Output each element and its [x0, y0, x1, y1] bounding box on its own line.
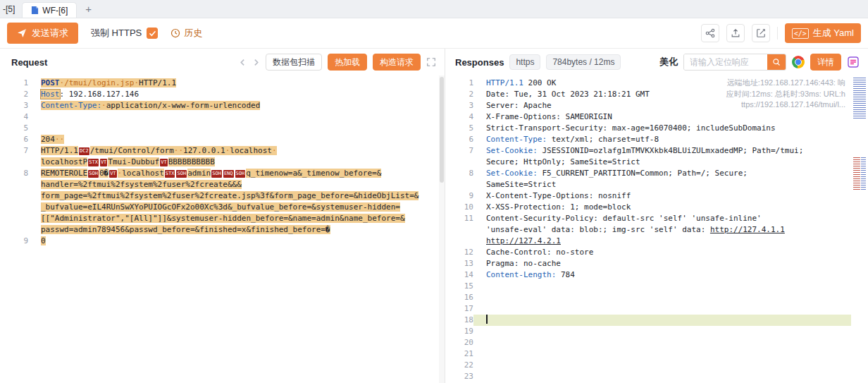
code-row[interactable]: 12Cache-Control: no-store: [445, 247, 868, 258]
code-row[interactable]: SameSite=Strict: [445, 179, 868, 190]
code-segment[interactable]: admin: [187, 169, 211, 178]
control-char[interactable]: VT: [100, 159, 107, 166]
code-segment[interactable]: Host: [41, 90, 60, 99]
tab-previous[interactable]: -[5]: [0, 4, 18, 18]
code-row[interactable]: 4X-Frame-Options: SAMEORIGIN: [445, 111, 868, 123]
code-row[interactable]: 11Content-Security-Policy: default-src '…: [445, 213, 868, 224]
code-segment[interactable]: Content-Type:: [486, 135, 547, 144]
code-row[interactable]: 7Set-Cookie: JSESSIONID=ozlafg1mTMVKXkbk…: [445, 145, 868, 157]
control-char[interactable]: SOH: [235, 170, 246, 178]
code-row[interactable]: 7HTTP/1.1DC2/tmui/Control/form··127.0.0.…: [0, 145, 445, 157]
code-row[interactable]: 14Content-Length: 784: [445, 269, 868, 281]
code-row[interactable]: _bufvalue=eIL4RUnSwXYoPUIOGcOFx2o00Xc%3d…: [0, 202, 445, 213]
send-request-button[interactable]: 发送请求: [7, 23, 78, 44]
code-segment[interactable]: HTTP/1.1: [486, 78, 523, 87]
code-row[interactable]: 1POST·/tmui/login.jsp·HTTP/1.1: [0, 78, 445, 89]
export-icon[interactable]: [726, 24, 745, 42]
tab-active[interactable]: WF-[6]: [22, 2, 77, 18]
history-button[interactable]: 历史: [170, 27, 202, 39]
code-row[interactable]: handler=%2ftmui%2fsystem%2fuser%2fcreate…: [0, 179, 445, 190]
code-segment[interactable]: Content-Security-Policy: default-src 'se…: [486, 214, 762, 223]
code-segment[interactable]: F5_CURRENT_PARTITION=Common; Path=/; Sec…: [538, 169, 748, 178]
code-segment[interactable]: localhost: [230, 146, 272, 155]
control-char[interactable]: STX: [88, 159, 99, 166]
code-segment[interactable]: 784: [556, 270, 575, 279]
code-segment[interactable]: /tmui/login.jsp: [64, 78, 134, 87]
code-segment[interactable]: POST: [41, 78, 60, 87]
code-segment[interactable]: passwd=admin789456&passwd_before=&finish…: [41, 225, 330, 234]
code-segment[interactable]: Secure; HttpOnly; SameSite=Strict: [486, 157, 640, 166]
code-row[interactable]: form_page=%2ftmui%2fsystem%2fuser%2fcrea…: [0, 190, 445, 202]
code-segment[interactable]: 192.168.127.146: [69, 90, 139, 99]
code-segment[interactable]: BBBBBBBBBB: [168, 157, 215, 166]
beautify-button[interactable]: 美化: [659, 56, 678, 68]
code-segment[interactable]: 0: [41, 236, 46, 245]
code-segment[interactable]: X-XSS-Protection: 1; mode=block: [486, 202, 631, 212]
code-segment[interactable]: Strict-Transport-Security: max-age=16070…: [486, 123, 776, 133]
code-segment[interactable]: q_timenow=a&_timenow_before=&: [246, 169, 381, 178]
code-row[interactable]: 9X-Content-Type-Options: nosniff: [445, 190, 868, 202]
code-row[interactable]: 3Server: Apache: [445, 100, 868, 111]
search-input[interactable]: [684, 54, 767, 70]
code-row[interactable]: [["Administrator","[All]"]]&systemuser-h…: [0, 213, 445, 224]
request-editor[interactable]: 1POST·/tmui/login.jsp·HTTP/1.12Host: 192…: [0, 75, 445, 383]
code-segment[interactable]: /tmui/Control/form: [90, 146, 174, 155]
control-char[interactable]: SOH: [176, 170, 187, 178]
code-row[interactable]: 19: [445, 326, 868, 337]
code-row[interactable]: 15: [445, 281, 868, 292]
code-segment[interactable]: Cache-Control: no-store: [486, 248, 593, 257]
code-row[interactable]: 18: [445, 315, 868, 326]
code-segment[interactable]: application/x-www-form-urlencoded: [106, 101, 261, 110]
code-row[interactable]: 5Strict-Transport-Security: max-age=1607…: [445, 123, 868, 134]
control-char[interactable]: SOH: [88, 170, 99, 178]
code-row[interactable]: 16: [445, 292, 868, 303]
code-segment[interactable]: http://127.4.2.1: [486, 236, 561, 245]
code-segment[interactable]: HTTP/1.1: [139, 78, 176, 87]
code-segment[interactable]: HTTP/1.1: [41, 146, 78, 155]
construct-request-button[interactable]: 构造请求: [373, 54, 421, 71]
chrome-icon[interactable]: [792, 56, 805, 68]
code-segment[interactable]: Content-Type:: [41, 101, 101, 110]
code-row[interactable]: 17: [445, 303, 868, 315]
code-segment[interactable]: SameSite=Strict: [486, 180, 556, 189]
code-segment[interactable]: localhost: [122, 169, 164, 178]
code-segment[interactable]: [["Administrator","[All]"]]&systemuser-h…: [41, 214, 405, 223]
code-segment[interactable]: 200 OK: [523, 78, 556, 87]
chevron-left-icon[interactable]: [239, 59, 247, 66]
share-icon[interactable]: [701, 24, 719, 42]
code-segment[interactable]: _bufvalue=eIL4RUnSwXYoPUIOGcOFx2o00Xc%3d…: [41, 202, 400, 212]
code-row[interactable]: Secure; HttpOnly; SameSite=Strict: [445, 157, 868, 168]
code-segment[interactable]: 0�: [99, 169, 108, 178]
packet-scan-button[interactable]: 数据包扫描: [266, 54, 322, 71]
generate-yaml-button[interactable]: </> 生成 Yaml: [785, 23, 861, 43]
code-segment[interactable]: X-Frame-Options: SAMEORIGIN: [486, 112, 612, 121]
code-row[interactable]: 8Set-Cookie: F5_CURRENT_PARTITION=Common…: [445, 168, 868, 179]
code-segment[interactable]: ·: [101, 101, 106, 110]
code-row[interactable]: 13Pragma: no-cache: [445, 258, 868, 269]
code-segment[interactable]: REMOTEROLE: [41, 169, 87, 178]
details-button[interactable]: 详情: [810, 54, 841, 71]
chevron-right-icon[interactable]: [252, 59, 260, 66]
code-segment[interactable]: text/xml; charset=utf-8: [547, 135, 659, 144]
add-tab-button[interactable]: +: [77, 3, 99, 18]
control-char[interactable]: DC2: [79, 147, 89, 155]
code-row[interactable]: 23: [445, 371, 868, 382]
code-row[interactable]: 2Date: Tue, 31 Oct 2023 21:18:21 GMT: [445, 89, 868, 100]
code-segment[interactable]: X-Content-Type-Options: nosniff: [486, 191, 631, 200]
scrollbar-thumb[interactable]: [440, 77, 444, 183]
code-segment[interactable]: ·: [272, 146, 277, 155]
code-row[interactable]: http://127.4.2.1: [445, 236, 868, 247]
control-char[interactable]: ENQ: [223, 170, 234, 178]
edit-icon[interactable]: [752, 24, 770, 42]
force-https-checkbox[interactable]: [147, 28, 158, 39]
hot-reload-button[interactable]: 热加载: [328, 54, 367, 71]
code-segment[interactable]: :: [60, 90, 69, 99]
code-segment[interactable]: form_page=%2ftmui%2fsystem%2fuser%2fcrea…: [41, 191, 418, 200]
code-row[interactable]: 6204··: [0, 134, 445, 145]
code-segment[interactable]: Pragma: no-cache: [486, 259, 561, 268]
code-segment[interactable]: handler=%2ftmui%2fsystem%2fuser%2fcreate…: [41, 180, 242, 189]
code-row[interactable]: 1HTTP/1.1 200 OK: [445, 78, 868, 89]
response-editor[interactable]: 1HTTP/1.1 200 OK2Date: Tue, 31 Oct 2023 …: [445, 75, 868, 383]
code-row[interactable]: 20: [445, 337, 868, 348]
code-row[interactable]: 90: [0, 236, 445, 247]
